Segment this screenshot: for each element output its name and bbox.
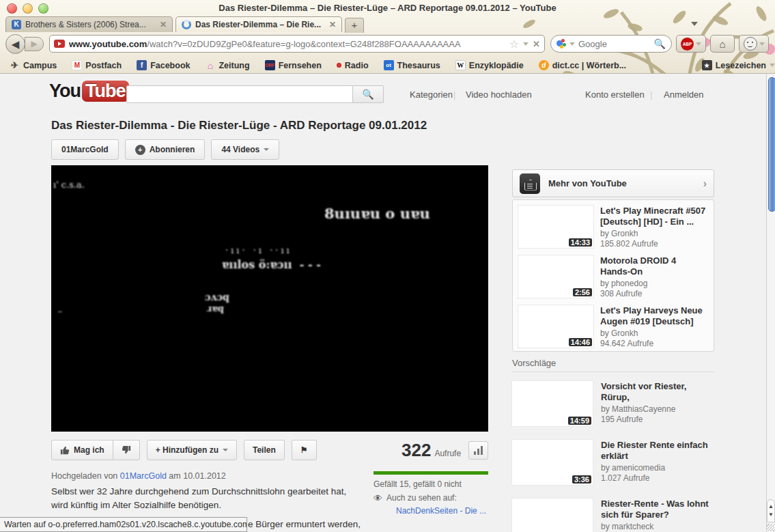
scroll-up-icon[interactable]: ▲ — [768, 505, 774, 509]
scroll-down-icon[interactable]: ▼ — [768, 513, 774, 517]
bookmark-star-icon[interactable]: ☆ — [509, 38, 519, 51]
bookmark-postfach[interactable]: MPostfach — [72, 60, 122, 70]
facebook-icon: f — [137, 60, 147, 70]
dislike-button[interactable] — [113, 440, 140, 460]
share-button[interactable]: Teilen — [244, 440, 285, 460]
campus-icon: ✈ — [10, 60, 20, 70]
house-icon: ⌂ — [205, 60, 215, 70]
thumbs-up-icon — [60, 445, 70, 455]
list-item[interactable]: 14:33 Let's Play Minecraft #507 [Deutsch… — [518, 206, 708, 249]
bookmark-radio[interactable]: Radio — [337, 61, 369, 70]
chevron-down-icon — [223, 449, 228, 451]
video-title: Das Riester-Dilemma - Die Riester-Lüge -… — [51, 119, 427, 132]
bookmark-fernsehen[interactable]: ORFFernsehen — [265, 60, 322, 70]
duration-badge: 14:59 — [568, 417, 591, 425]
url-bar[interactable]: www.youtube.com/watch?v=0zDUD9ZgPe0&feat… — [49, 35, 545, 53]
loading-spinner-icon — [182, 20, 191, 29]
home-button[interactable]: ⌂ — [710, 35, 735, 53]
tab-bar: K Brothers & Sisters (2006) Strea... ✕ D… — [0, 16, 775, 33]
back-button[interactable]: ◀ — [5, 34, 25, 54]
tab-riester-video[interactable]: Das Riester-Dilemma – Die Rie... ✕ — [175, 16, 342, 32]
videos-dropdown-button[interactable]: 44 Videos — [211, 139, 279, 160]
duration-badge: 2:56 — [573, 288, 592, 296]
plus-icon: + — [135, 145, 145, 155]
eye-icon: 👁 — [374, 493, 382, 503]
channel-button[interactable]: 01MarcGold — [51, 139, 119, 160]
more-from-youtube-header[interactable]: Mehr von YouTube › — [512, 169, 714, 197]
list-item[interactable]: 2:56 Motorola DROID 4 Hands-On by phoned… — [518, 255, 708, 299]
bookmark-facebook[interactable]: fFacebook — [137, 60, 190, 70]
video-thumbnail[interactable]: 2:56 — [518, 255, 593, 298]
video-hochladen-link[interactable]: Video hochladen — [466, 89, 532, 100]
bookmark-enzyklopaedie[interactable]: WEnzyklopädie — [455, 60, 524, 70]
new-tab-button[interactable]: + — [345, 18, 364, 33]
video-description-continued: e Bürger ermuntert werden, — [248, 519, 361, 529]
uploader-link[interactable]: 01MarcGold — [120, 471, 167, 481]
anmelden-link[interactable]: Anmelden — [664, 89, 704, 100]
bookmarks-toolbar: ✈Campus MPostfach fFacebook ⌂Zeitung ORF… — [0, 57, 775, 73]
list-item[interactable]: 14:46 Let's Play Harveys Neue Augen #019… — [518, 305, 708, 349]
tab-close-icon[interactable]: ✕ — [329, 20, 336, 29]
duration-badge: 3:36 — [572, 475, 591, 484]
browser-chrome: Das Riester-Dilemma – Die Riester-Lüge –… — [0, 0, 775, 74]
tab-list-dropdown-icon[interactable] — [691, 22, 698, 26]
video-frame-text: ɐıılos ö:ɐɔıı - - - — [222, 258, 321, 271]
youtube-favicon — [54, 40, 65, 48]
dict-icon: d — [539, 60, 549, 70]
extension-button[interactable] — [739, 35, 769, 53]
status-bar: Warten auf o-o.preferred.ham02s01.v20.ls… — [0, 517, 247, 532]
search-icon[interactable]: 🔍 — [654, 38, 666, 49]
likes-text: Gefällt 15, gefällt 0 nicht — [374, 479, 462, 489]
bar-chart-icon — [474, 446, 483, 455]
statistics-button[interactable] — [468, 441, 488, 460]
tab-close-icon[interactable]: ✕ — [160, 20, 167, 29]
video-frame-text: ı' c.s.a. — [53, 180, 85, 190]
navigation-toolbar: ▶ ◀ www.youtube.com/watch?v=0zDUD9ZgPe0&… — [0, 33, 775, 57]
bookmark-campus[interactable]: ✈Campus — [10, 60, 57, 70]
list-item[interactable]: Riester-Rente - Was lohnt sich für Spare… — [512, 499, 714, 532]
kino-favicon: K — [12, 20, 21, 29]
add-to-button[interactable]: + Hinzufügen zu — [147, 440, 237, 460]
web-search-field[interactable]: Google 🔍 — [550, 35, 672, 53]
konto-erstellen-link[interactable]: Konto erstellen — [585, 89, 645, 100]
forward-button[interactable]: ▶ — [25, 37, 44, 51]
nachdenkseiten-link[interactable]: NachDenkSeiten - Die ... — [396, 506, 486, 516]
kategorien-link[interactable]: Kategorien — [410, 89, 453, 100]
subscribe-button[interactable]: + Abonnieren — [125, 139, 206, 160]
scrollbar-thumb[interactable] — [768, 77, 775, 212]
bookmark-dictcc[interactable]: ddict.cc | Wörterb... — [539, 60, 626, 70]
list-item[interactable]: 3:36 Die Riester Rente einfach erklärt b… — [512, 440, 714, 485]
gmail-icon: M — [72, 60, 82, 70]
window-titlebar: Das Riester-Dilemma – Die Riester-Lüge –… — [0, 0, 775, 15]
video-frame-text: ɹɐq — [207, 303, 224, 313]
tab-brothers-sisters[interactable]: K Brothers & Sisters (2006) Strea... ✕ — [5, 16, 173, 32]
adblock-button[interactable]: ABP — [676, 35, 706, 53]
youtube-search-input[interactable] — [126, 85, 353, 103]
openthesaurus-icon: ot — [384, 60, 394, 70]
like-button[interactable]: Mag ich — [51, 440, 113, 460]
bookmark-zeitung[interactable]: ⌂Zeitung — [205, 60, 249, 70]
duration-badge: 14:33 — [569, 238, 592, 247]
scrollbar[interactable]: ▲ ▼ — [766, 74, 775, 532]
radio-icon — [337, 63, 341, 68]
video-thumbnail[interactable]: 14:59 — [512, 381, 593, 426]
stop-loading-icon[interactable]: ✕ — [533, 39, 540, 49]
adblock-dropdown-icon — [696, 42, 701, 46]
video-thumbnail[interactable] — [512, 499, 593, 532]
youtube-box-icon — [520, 173, 540, 194]
url-dropdown-icon[interactable] — [523, 42, 529, 46]
youtube-logo[interactable]: You Tube — [49, 81, 129, 102]
bookmark-thesaurus[interactable]: otThesaurus — [384, 60, 440, 70]
browser-window: Das Riester-Dilemma – Die Riester-Lüge –… — [0, 0, 775, 532]
video-thumbnail[interactable]: 14:46 — [518, 305, 593, 348]
search-engine-dropdown-icon[interactable] — [569, 42, 575, 46]
video-thumbnail[interactable]: 14:33 — [518, 206, 593, 248]
divider — [512, 372, 714, 372]
bookmarks-menu-button[interactable]: ★Lesezeichen — [702, 60, 775, 70]
flag-button[interactable]: ⚑ — [292, 440, 317, 460]
youtube-search-button[interactable]: 🔍 — [352, 85, 384, 103]
video-thumbnail[interactable]: 3:36 — [512, 440, 593, 485]
list-item[interactable]: 14:59 Vorsicht vor Riester, Rürup, by Ma… — [512, 381, 714, 426]
video-player[interactable]: ı' c.s.a. 8uıuɐu o uɐu ·ıı· ·ı ··ıı ɐııl… — [51, 165, 488, 432]
resize-grip[interactable] — [767, 524, 774, 531]
